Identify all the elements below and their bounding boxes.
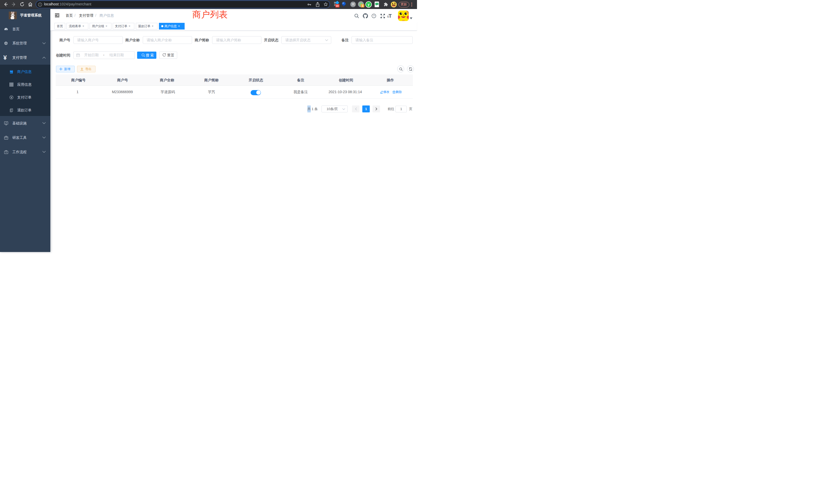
svg-text:?: ? [373, 14, 375, 18]
